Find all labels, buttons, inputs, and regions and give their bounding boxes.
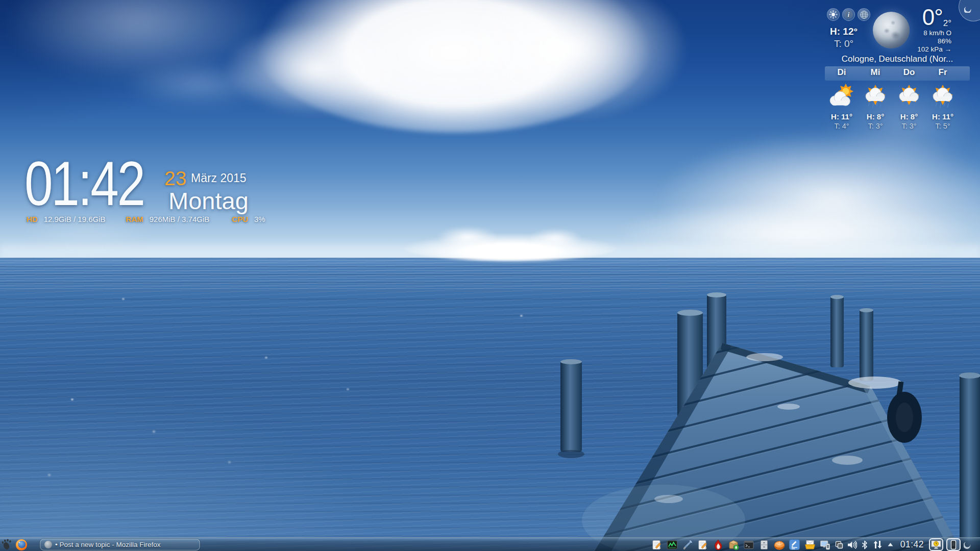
tray-expander-icon[interactable] — [886, 539, 895, 551]
weather-pressure: 102 kPa → — [917, 46, 951, 53]
weather-current-temp: 0° — [922, 6, 943, 29]
tools-icon[interactable] — [681, 539, 694, 551]
flame-icon[interactable] — [712, 539, 724, 551]
info-icon[interactable]: i — [842, 8, 855, 21]
forecast-highs: H: 11° H: 8° H: 8° H: 11° — [825, 112, 970, 121]
file-cabinet-icon[interactable] — [758, 539, 770, 551]
stat-ram-label: RAM — [126, 215, 143, 223]
notes-icon[interactable] — [651, 539, 663, 551]
globe-icon[interactable] — [857, 8, 870, 21]
terminal-icon[interactable] — [743, 539, 755, 551]
weather-wind: 8 km/h O — [917, 30, 951, 37]
moon-phase-icon — [873, 12, 910, 48]
task-button-firefox[interactable]: • Post a new topic - Mozilla Firefox — [40, 539, 200, 550]
notes-icon-2[interactable] — [697, 539, 709, 551]
stat-cpu-label: CPU — [232, 215, 248, 223]
firefox-launcher-icon[interactable] — [15, 539, 28, 551]
rain-sun-cloud-icon — [859, 84, 892, 110]
system-tray: 01:42 — [651, 538, 972, 551]
volume-icon[interactable] — [847, 539, 857, 551]
devices-icon[interactable] — [819, 539, 831, 551]
firefox-inactive-icon — [44, 541, 52, 548]
stat-cpu-value: 3% — [254, 215, 265, 223]
desktop: 01:42 23 März 2015 Montag HD 12.9GiB / 1… — [0, 0, 980, 551]
app-launcher-button[interactable] — [1, 539, 13, 551]
stat-hd-value: 12.9GiB / 19.6GiB — [44, 215, 106, 223]
weather-humidity: 86% — [917, 38, 951, 45]
forecast-day-label: Fr — [926, 67, 960, 78]
stat-hd-label: HD — [27, 215, 38, 223]
clock-weekday: Montag — [168, 187, 249, 215]
network-traffic-icon[interactable] — [873, 539, 883, 551]
taskbar-panel: • Post a new topic - Mozilla Firefox — [0, 537, 980, 551]
system-stats: HD 12.9GiB / 19.6GiB RAM 926MiB / 3.74Gi… — [27, 215, 265, 223]
sun-icon[interactable] — [827, 8, 840, 21]
system-monitor-icon[interactable] — [666, 539, 678, 551]
forecast-days: Di Mi Do Fr — [825, 67, 970, 78]
forecast-icons — [825, 84, 970, 110]
mail-icon[interactable] — [804, 539, 816, 551]
editor-icon[interactable] — [789, 539, 801, 551]
weather-widget[interactable]: i H: 12° T: 0° 0° 2° 8 km/h O 86% 102 kP… — [823, 2, 972, 134]
weather-toolbar: i — [827, 8, 870, 21]
weather-today-high: H: 12° — [830, 26, 857, 37]
forecast-day-label: Do — [892, 67, 926, 78]
device-notifier-icon[interactable] — [946, 538, 961, 551]
package-updates-icon[interactable] — [727, 539, 740, 551]
sun-cloud-icon — [825, 84, 859, 110]
weather-feels-like: 2° — [943, 18, 951, 29]
panel-clock[interactable]: 01:42 — [900, 539, 924, 550]
clock-time: 01:42 — [24, 151, 144, 216]
task-button-label: • Post a new topic - Mozilla Firefox — [55, 541, 161, 548]
rain-sun-cloud-icon — [892, 84, 926, 110]
clock-widget[interactable]: 01:42 23 März 2015 Montag HD 12.9GiB / 1… — [24, 153, 290, 230]
display-timer-icon[interactable] — [929, 538, 943, 551]
weather-location[interactable]: Cologne, Deutschland (Nor... — [823, 54, 972, 64]
rain-sun-cloud-icon — [926, 84, 960, 110]
clock-month-year: März 2015 — [191, 171, 247, 185]
panel-toolbox-icon[interactable] — [964, 538, 972, 551]
bluetooth-icon[interactable] — [860, 539, 870, 551]
weather-today-low: T: 0° — [834, 38, 853, 49]
forecast-lows: T: 4° T: 3° T: 3° T: 5° — [825, 122, 970, 130]
forecast-day-label: Mi — [859, 67, 892, 78]
clipboard-icon[interactable] — [835, 539, 844, 551]
forecast-day-label: Di — [825, 67, 859, 78]
clementine-icon[interactable] — [773, 539, 786, 551]
stat-ram-value: 926MiB / 3.74GiB — [150, 215, 210, 223]
